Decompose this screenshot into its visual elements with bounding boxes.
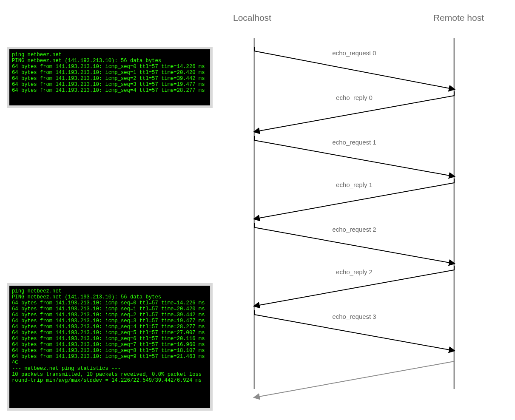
message-label: echo_request 2 bbox=[332, 226, 376, 233]
message-label: echo_request 1 bbox=[332, 139, 376, 146]
terminal-output-2: ping netbeez.net PING netbeez.net (141.1… bbox=[9, 286, 210, 408]
host-label-remote: Remote host bbox=[433, 13, 484, 23]
arrow-request bbox=[254, 51, 454, 89]
message-label: echo_reply 1 bbox=[336, 181, 373, 188]
message-label: echo_reply 0 bbox=[336, 94, 373, 101]
terminal-frame-2: ping netbeez.net PING netbeez.net (141.1… bbox=[7, 283, 213, 411]
arrow-reply bbox=[254, 361, 454, 397]
sequence-diagram: Localhost Remote host echo_request 0echo… bbox=[233, 13, 501, 412]
message-label: echo_request 0 bbox=[332, 49, 376, 57]
diagram-page: ping netbeez.net PING netbeez.net (141.1… bbox=[0, 0, 515, 420]
message-label: echo_request 3 bbox=[332, 313, 376, 320]
terminal-output-1: ping netbeez.net PING netbeez.net (141.1… bbox=[9, 49, 210, 105]
message-label: echo_reply 2 bbox=[336, 268, 373, 275]
terminal-frame-1: ping netbeez.net PING netbeez.net (141.1… bbox=[7, 47, 213, 108]
host-label-local: Localhost bbox=[233, 13, 271, 23]
